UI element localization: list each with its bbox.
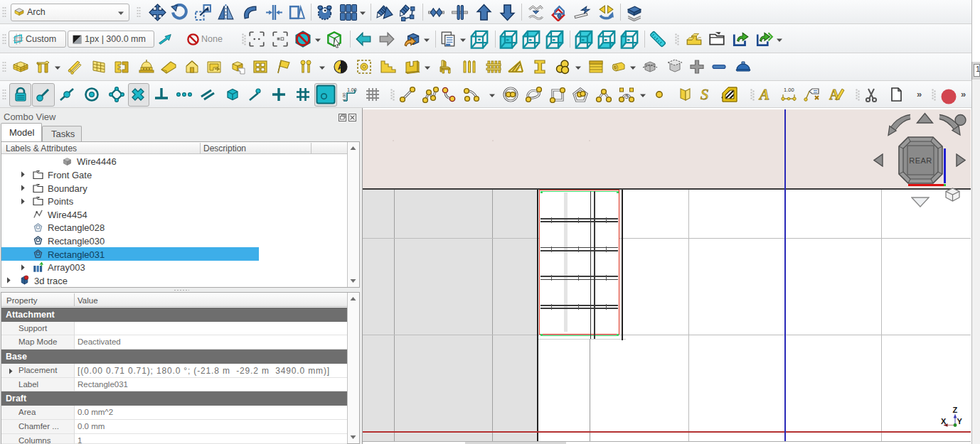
svg-text:A: A <box>829 87 840 102</box>
svg-text:A: A <box>758 86 769 103</box>
svg-text:3: 3 <box>625 93 629 100</box>
svg-text:S: S <box>701 86 708 103</box>
svg-text:1.00: 1.00 <box>784 87 794 93</box>
svg-text:X: X <box>941 417 947 426</box>
svg-text:Y: Y <box>957 417 963 426</box>
svg-text:1.00: 1.00 <box>342 92 346 101</box>
svg-text:REAR: REAR <box>909 156 932 165</box>
svg-text:A: A <box>338 63 343 71</box>
svg-text:Z: Z <box>953 406 958 414</box>
